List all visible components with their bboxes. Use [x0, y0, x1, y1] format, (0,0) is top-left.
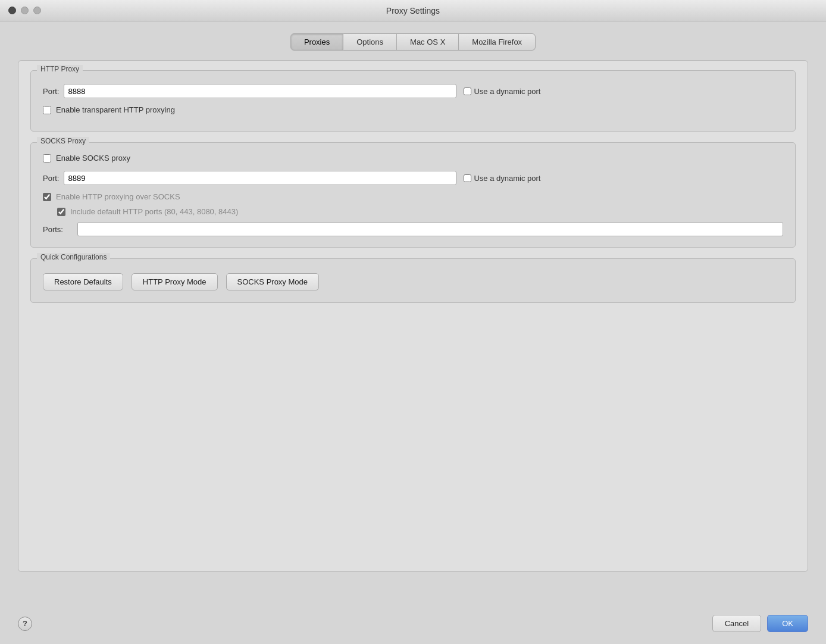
- quick-config-section: Quick Configurations Restore Defaults HT…: [30, 258, 796, 303]
- proxies-panel: HTTP Proxy Port: Use a dynamic port Enab…: [18, 60, 808, 572]
- enable-socks-checkbox[interactable]: [43, 154, 51, 162]
- socks-ports-row: Ports:: [43, 222, 783, 236]
- tab-proxies[interactable]: Proxies: [290, 33, 343, 51]
- ok-button[interactable]: OK: [767, 615, 808, 632]
- socks-port-label: Port:: [43, 174, 59, 183]
- minimize-button[interactable]: [21, 7, 29, 14]
- bottom-actions: Cancel OK: [712, 615, 808, 632]
- cancel-button[interactable]: Cancel: [712, 615, 761, 632]
- http-proxy-section: HTTP Proxy Port: Use a dynamic port Enab…: [30, 70, 796, 132]
- socks-port-row: Port: Use a dynamic port: [43, 171, 783, 185]
- default-ports-row: Include default HTTP ports (80, 443, 808…: [57, 207, 783, 216]
- socks-ports-input[interactable]: [77, 222, 783, 236]
- http-proxy-legend: HTTP Proxy: [37, 65, 83, 73]
- http-over-socks-label: Enable HTTP proxying over SOCKS: [56, 192, 180, 201]
- http-port-label: Port:: [43, 87, 59, 96]
- enable-socks-label: Enable SOCKS proxy: [56, 154, 130, 162]
- socks-dynamic-port-checkbox[interactable]: [464, 174, 471, 182]
- default-ports-checkbox[interactable]: [57, 208, 65, 216]
- http-over-socks-checkbox[interactable]: [43, 193, 51, 201]
- socks-dynamic-port-label: Use a dynamic port: [474, 174, 540, 183]
- main-content: Proxies Options Mac OS X Mozilla Firefox…: [0, 21, 826, 607]
- transparent-http-label: Enable transparent HTTP proxying: [56, 105, 175, 114]
- socks-proxy-mode-button[interactable]: SOCKS Proxy Mode: [226, 273, 320, 290]
- socks-proxy-section: SOCKS Proxy Enable SOCKS proxy Port: Use…: [30, 142, 796, 248]
- help-button[interactable]: ?: [18, 617, 32, 631]
- bottom-bar: ? Cancel OK: [0, 607, 826, 644]
- socks-port-input[interactable]: [64, 171, 456, 185]
- tab-macosx[interactable]: Mac OS X: [397, 33, 459, 51]
- enable-socks-row: Enable SOCKS proxy: [43, 154, 783, 162]
- restore-defaults-button[interactable]: Restore Defaults: [43, 273, 123, 290]
- http-port-row: Port: Use a dynamic port: [43, 84, 783, 98]
- close-button[interactable]: [8, 7, 16, 14]
- title-bar: Proxy Settings: [0, 0, 826, 21]
- tab-options[interactable]: Options: [343, 33, 397, 51]
- socks-proxy-legend: SOCKS Proxy: [37, 137, 89, 145]
- socks-ports-label: Ports:: [43, 225, 73, 234]
- http-dynamic-port-label: Use a dynamic port: [474, 87, 540, 96]
- transparent-http-row: Enable transparent HTTP proxying: [43, 105, 783, 114]
- traffic-lights: [8, 7, 41, 14]
- http-port-input[interactable]: [64, 84, 456, 98]
- quick-buttons-row: Restore Defaults HTTP Proxy Mode SOCKS P…: [43, 273, 783, 290]
- tab-firefox[interactable]: Mozilla Firefox: [459, 33, 536, 51]
- transparent-http-checkbox[interactable]: [43, 106, 51, 114]
- http-proxy-mode-button[interactable]: HTTP Proxy Mode: [132, 273, 218, 290]
- quick-config-legend: Quick Configurations: [37, 253, 110, 261]
- socks-dynamic-port-group: Use a dynamic port: [464, 174, 540, 183]
- http-dynamic-port-group: Use a dynamic port: [464, 87, 540, 96]
- window-title: Proxy Settings: [386, 6, 440, 15]
- http-over-socks-row: Enable HTTP proxying over SOCKS: [43, 192, 783, 201]
- maximize-button[interactable]: [33, 7, 41, 14]
- tab-bar: Proxies Options Mac OS X Mozilla Firefox: [290, 33, 536, 51]
- default-ports-label: Include default HTTP ports (80, 443, 808…: [70, 207, 238, 216]
- http-dynamic-port-checkbox[interactable]: [464, 87, 471, 95]
